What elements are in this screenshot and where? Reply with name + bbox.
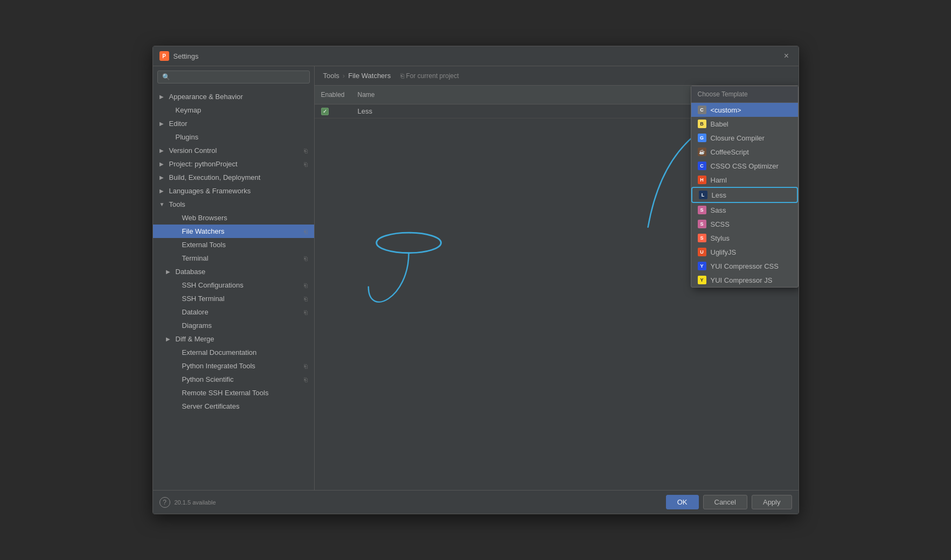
expand-arrow-build: [159, 174, 166, 180]
dropdown-item-icon-yui-js: Y: [698, 276, 706, 284]
dropdown-item-label-sass: Sass: [711, 206, 726, 214]
sidebar-item-tools[interactable]: Tools: [153, 198, 314, 211]
row-name: Less: [358, 107, 714, 115]
dropdown-item-csso[interactable]: CCSSO CSS Optimizer: [691, 159, 798, 173]
dropdown-item-yui-js[interactable]: YYUI Compressor JS: [691, 273, 798, 287]
sidebar-item-remote-ssh[interactable]: Remote SSH External Tools: [153, 386, 314, 400]
sidebar-item-label: File Watchers: [182, 227, 225, 235]
cancel-button[interactable]: Cancel: [703, 495, 747, 509]
table-area: Enabled Name Level + ✓ Less Project: [315, 86, 799, 490]
sidebar-item-label: External Documentation: [182, 348, 257, 356]
sidebar-item-appearance[interactable]: Appearance & Behavior: [153, 90, 314, 103]
sidebar-item-label: Build, Execution, Deployment: [169, 173, 261, 181]
dropdown-item-closure[interactable]: GClosure Compiler: [691, 131, 798, 145]
search-input[interactable]: [157, 71, 310, 83]
sidebar-item-label: Version Control: [169, 146, 217, 155]
expand-arrow-tools: [159, 201, 166, 207]
copy-icon: ⎗: [304, 255, 308, 262]
breadcrumb: Tools › File Watchers For current projec…: [315, 66, 799, 86]
sidebar-item-label: Remote SSH External Tools: [182, 389, 269, 397]
sidebar-item-label: Editor: [169, 120, 188, 128]
project-tag: For current project: [400, 72, 459, 80]
copy-icon: ⎗: [304, 228, 308, 235]
dropdown-item-label-yui-js: YUI Compressor JS: [711, 276, 773, 284]
dropdown-item-custom[interactable]: C<custom>: [691, 103, 798, 117]
dropdown-item-stylus[interactable]: SStylus: [691, 231, 798, 245]
dropdown-item-yui-css[interactable]: YYUI Compressor CSS: [691, 259, 798, 273]
sidebar-item-label: Plugins: [176, 133, 199, 141]
sidebar-item-label: SSH Terminal: [182, 295, 225, 303]
dropdown-item-label-custom: <custom>: [711, 106, 741, 114]
apply-button[interactable]: Apply: [752, 495, 792, 509]
dropdown-item-label-haml: Haml: [711, 176, 727, 184]
sidebar-item-label: External Tools: [182, 241, 226, 249]
ok-button[interactable]: OK: [666, 495, 699, 509]
sidebar-item-build[interactable]: Build, Execution, Deployment: [153, 171, 314, 184]
dropdown-item-sass[interactable]: SSass: [691, 203, 798, 217]
dropdown-item-coffee[interactable]: ☕CoffeeScript: [691, 145, 798, 159]
sidebar-item-datalore[interactable]: Datalore⎗: [153, 305, 314, 319]
main-content: Tools › File Watchers For current projec…: [315, 66, 799, 490]
sidebar-item-label: Diagrams: [182, 321, 212, 330]
sidebar-item-file-watchers[interactable]: File Watchers⎗: [153, 225, 314, 238]
sidebar-item-web-browsers[interactable]: Web Browsers: [153, 211, 314, 225]
sidebar-item-external-tools[interactable]: External Tools: [153, 238, 314, 251]
sidebar-item-server-certificates[interactable]: Server Certificates: [153, 400, 314, 413]
search-box: [153, 66, 314, 88]
copy-icon: ⎗: [304, 282, 308, 289]
sidebar-item-label: Database: [176, 268, 206, 276]
dropdown-item-icon-closure: G: [698, 134, 706, 142]
sidebar-item-languages[interactable]: Languages & Frameworks: [153, 184, 314, 198]
sidebar-item-version-control[interactable]: Version Control⎗: [153, 144, 314, 157]
template-dropdown: Choose Template C<custom>BBabelGClosure …: [691, 86, 799, 288]
dropdown-item-babel[interactable]: BBabel: [691, 117, 798, 131]
dropdown-item-label-uglify: UglifyJS: [711, 248, 737, 256]
dropdown-item-less[interactable]: LLess: [691, 187, 798, 203]
sidebar-item-editor[interactable]: Editor: [153, 117, 314, 130]
dropdown-item-label-csso: CSSO CSS Optimizer: [711, 162, 779, 170]
dropdown-item-uglify[interactable]: UUglifyJS: [691, 245, 798, 259]
dropdown-item-label-coffee: CoffeeScript: [711, 148, 749, 156]
close-button[interactable]: ×: [781, 51, 792, 61]
dropdown-item-haml[interactable]: HHaml: [691, 173, 798, 187]
dropdown-item-icon-coffee: ☕: [698, 148, 706, 156]
sidebar-item-python-integrated[interactable]: Python Integrated Tools⎗: [153, 359, 314, 373]
sidebar-item-plugins[interactable]: Plugins: [153, 130, 314, 144]
dropdown-item-label-scss: SCSS: [711, 220, 730, 228]
sidebar-item-terminal[interactable]: Terminal⎗: [153, 251, 314, 265]
sidebar-item-ssh-configurations[interactable]: SSH Configurations⎗: [153, 278, 314, 292]
dropdown-item-icon-yui-css: Y: [698, 262, 706, 270]
dropdown-header: Choose Template: [691, 86, 798, 103]
dropdown-item-icon-less: L: [699, 191, 707, 199]
sidebar-item-label: Diff & Merge: [176, 335, 214, 343]
sidebar-item-label: Project: pythonProject: [169, 160, 238, 168]
row-checkbox[interactable]: ✓: [321, 108, 329, 115]
dropdown-item-icon-custom: C: [698, 106, 706, 114]
sidebar-item-project[interactable]: Project: pythonProject⎗: [153, 157, 314, 171]
sidebar-item-ssh-terminal[interactable]: SSH Terminal⎗: [153, 292, 314, 305]
sidebar-item-diagrams[interactable]: Diagrams: [153, 319, 314, 332]
help-button[interactable]: ?: [159, 497, 170, 508]
dropdown-items-container: C<custom>BBabelGClosure Compiler☕CoffeeS…: [691, 103, 798, 287]
sidebar-item-keymap[interactable]: Keymap: [153, 103, 314, 117]
settings-dialog: P Settings × Appearance & BehaviorKeymap…: [152, 46, 799, 514]
sidebar-item-label: Appearance & Behavior: [169, 93, 243, 101]
sidebar-item-label: Python Scientific: [182, 375, 234, 383]
sidebar-item-external-doc[interactable]: External Documentation: [153, 346, 314, 359]
sidebar: Appearance & BehaviorKeymapEditorPlugins…: [153, 66, 315, 490]
expand-arrow-project: [159, 161, 166, 167]
breadcrumb-current: File Watchers: [348, 72, 391, 80]
sidebar-item-label: Terminal: [182, 254, 209, 262]
sidebar-item-label: Languages & Frameworks: [169, 187, 251, 195]
copy-icon: ⎗: [304, 296, 308, 302]
sidebar-item-database[interactable]: Database: [153, 265, 314, 278]
breadcrumb-sep: ›: [343, 72, 345, 80]
sidebar-item-python-scientific[interactable]: Python Scientific⎗: [153, 373, 314, 386]
dropdown-item-scss[interactable]: SSCSS: [691, 217, 798, 231]
sidebar-item-label: SSH Configurations: [182, 281, 244, 289]
expand-arrow-version-control: [159, 148, 166, 153]
bottom-bar: ? 20.1.5 available OK Cancel Apply: [153, 490, 799, 514]
dropdown-item-icon-scss: S: [698, 220, 706, 228]
sidebar-item-diff-merge[interactable]: Diff & Merge: [153, 332, 314, 346]
sidebar-list: Appearance & BehaviorKeymapEditorPlugins…: [153, 88, 314, 490]
